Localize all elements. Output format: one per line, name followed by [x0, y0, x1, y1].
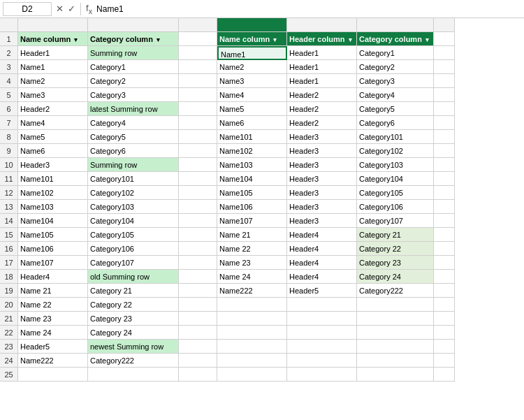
- cell-22-A[interactable]: Name 24: [18, 326, 88, 340]
- cell-19-C[interactable]: [179, 284, 217, 298]
- cell-22-E[interactable]: [287, 326, 357, 340]
- cell-24-C[interactable]: [179, 354, 217, 368]
- cell-25-E[interactable]: [287, 368, 357, 382]
- cell-3-D[interactable]: Name2: [217, 60, 287, 74]
- cell-20-D[interactable]: [217, 298, 287, 312]
- cell-23-D[interactable]: [217, 340, 287, 354]
- cell-6-E[interactable]: Header2: [287, 102, 357, 116]
- cell-20-F[interactable]: [357, 298, 434, 312]
- cell-12-D[interactable]: Name105: [217, 186, 287, 200]
- cell-10-D[interactable]: Name103: [217, 158, 287, 172]
- cell-3-B[interactable]: Category1: [88, 60, 179, 74]
- cell-13-F[interactable]: Category106: [357, 200, 434, 214]
- cell-20-E[interactable]: [287, 298, 357, 312]
- cell-4-D[interactable]: Name3: [217, 74, 287, 88]
- cancel-icon[interactable]: ✕: [54, 3, 65, 14]
- cell-11-B[interactable]: Category101: [88, 172, 179, 186]
- cell-24-F[interactable]: [357, 354, 434, 368]
- cell-4-A[interactable]: Name2: [18, 74, 88, 88]
- cell-13-C[interactable]: [179, 200, 217, 214]
- cell-5-E[interactable]: Header2: [287, 88, 357, 102]
- cell-19-B[interactable]: Category 21: [88, 284, 179, 298]
- cell-8-B[interactable]: Category5: [88, 130, 179, 144]
- cell-10-B[interactable]: Summing row: [88, 158, 179, 172]
- cell-11-D[interactable]: Name104: [217, 172, 287, 186]
- cell-10-C[interactable]: [179, 158, 217, 172]
- cell-10-F[interactable]: Category103: [357, 158, 434, 172]
- cell-9-E[interactable]: Header3: [287, 144, 357, 158]
- cell-7-C[interactable]: [179, 116, 217, 130]
- cell-13-E[interactable]: Header3: [287, 200, 357, 214]
- cell-18-F[interactable]: Category 24: [357, 270, 434, 284]
- cell-24-B[interactable]: Category222: [88, 354, 179, 368]
- function-icon[interactable]: fx: [85, 3, 94, 15]
- cell-24-E[interactable]: [287, 354, 357, 368]
- cell-15-A[interactable]: Name105: [18, 228, 88, 242]
- cell-22-F[interactable]: [357, 326, 434, 340]
- cell-12-A[interactable]: Name102: [18, 186, 88, 200]
- cell-16-A[interactable]: Name106: [18, 242, 88, 256]
- cell-4-F[interactable]: Category3: [357, 74, 434, 88]
- cell-21-C[interactable]: [179, 312, 217, 326]
- cell-13-A[interactable]: Name103: [18, 200, 88, 214]
- cell-3-C[interactable]: [179, 60, 217, 74]
- cell-8-A[interactable]: Name5: [18, 130, 88, 144]
- cell-9-A[interactable]: Name6: [18, 144, 88, 158]
- cell-15-D[interactable]: Name 21: [217, 228, 287, 242]
- col-header-e[interactable]: [287, 18, 357, 32]
- cell-15-B[interactable]: Category105: [88, 228, 179, 242]
- cell-1-C[interactable]: [179, 32, 217, 46]
- cell-9-B[interactable]: Category6: [88, 144, 179, 158]
- cell-8-E[interactable]: Header3: [287, 130, 357, 144]
- cell-16-F[interactable]: Category 22: [357, 242, 434, 256]
- cell-11-E[interactable]: Header3: [287, 172, 357, 186]
- cell-4-E[interactable]: Header1: [287, 74, 357, 88]
- formula-input[interactable]: [96, 4, 524, 14]
- cell-25-D[interactable]: [217, 368, 287, 382]
- cell-5-D[interactable]: Name4: [217, 88, 287, 102]
- cell-2-B[interactable]: Summing row: [88, 46, 179, 60]
- cell-1-D[interactable]: Name column ▾: [217, 32, 287, 46]
- cell-18-D[interactable]: Name 24: [217, 270, 287, 284]
- cell-21-D[interactable]: [217, 312, 287, 326]
- cell-23-F[interactable]: [357, 340, 434, 354]
- cell-17-F[interactable]: Category 23: [357, 256, 434, 270]
- cell-25-B[interactable]: [88, 368, 179, 382]
- cell-25-F[interactable]: [357, 368, 434, 382]
- cell-3-F[interactable]: Category2: [357, 60, 434, 74]
- confirm-icon[interactable]: ✓: [66, 3, 77, 14]
- cell-17-B[interactable]: Category107: [88, 256, 179, 270]
- cell-23-B[interactable]: newest Summing row: [88, 340, 179, 354]
- cell-1-F[interactable]: Category column ▾: [357, 32, 434, 46]
- cell-25-C[interactable]: [179, 368, 217, 382]
- col-header-a[interactable]: [18, 18, 88, 32]
- cell-17-C[interactable]: [179, 256, 217, 270]
- cell-11-F[interactable]: Category104: [357, 172, 434, 186]
- cell-5-A[interactable]: Name3: [18, 88, 88, 102]
- cell-2-E[interactable]: Header1: [287, 46, 357, 60]
- cell-2-D[interactable]: Name1: [217, 46, 287, 60]
- cell-10-E[interactable]: Header3: [287, 158, 357, 172]
- cell-18-E[interactable]: Header4: [287, 270, 357, 284]
- cell-25-A[interactable]: [18, 368, 88, 382]
- cell-19-F[interactable]: Category222: [357, 284, 434, 298]
- cell-6-A[interactable]: Header2: [18, 102, 88, 116]
- cell-7-E[interactable]: Header2: [287, 116, 357, 130]
- cell-1-B[interactable]: Category column ▾: [88, 32, 179, 46]
- cell-4-B[interactable]: Category2: [88, 74, 179, 88]
- cell-1-A[interactable]: Name column ▾: [18, 32, 88, 46]
- cell-20-B[interactable]: Category 22: [88, 298, 179, 312]
- cell-23-E[interactable]: [287, 340, 357, 354]
- cell-16-D[interactable]: Name 22: [217, 242, 287, 256]
- cell-22-C[interactable]: [179, 326, 217, 340]
- cell-7-A[interactable]: Name4: [18, 116, 88, 130]
- cell-18-C[interactable]: [179, 270, 217, 284]
- cell-15-E[interactable]: Header4: [287, 228, 357, 242]
- cell-22-B[interactable]: Category 24: [88, 326, 179, 340]
- cell-14-F[interactable]: Category107: [357, 214, 434, 228]
- cell-15-C[interactable]: [179, 228, 217, 242]
- cell-8-C[interactable]: [179, 130, 217, 144]
- cell-16-E[interactable]: Header4: [287, 242, 357, 256]
- cell-10-A[interactable]: Header3: [18, 158, 88, 172]
- cell-6-C[interactable]: [179, 102, 217, 116]
